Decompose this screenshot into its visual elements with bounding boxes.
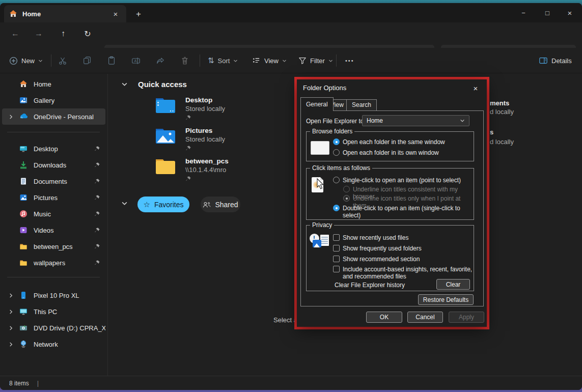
- radio-selected[interactable]: [333, 205, 340, 211]
- delete-button[interactable]: [176, 53, 193, 68]
- radio-double-click[interactable]: Double-click to open an item (single-cli…: [333, 205, 474, 219]
- filter-icon: [298, 57, 307, 65]
- restore-defaults-button[interactable]: Restore Defaults: [418, 294, 474, 305]
- sort-icon: ⇅: [208, 56, 214, 65]
- checkbox-unchecked[interactable]: [333, 256, 340, 262]
- chevron-right-icon[interactable]: [8, 342, 14, 347]
- clear-button[interactable]: Clear: [436, 279, 470, 290]
- checkbox-unchecked[interactable]: [333, 266, 340, 272]
- copy-icon: [82, 56, 92, 65]
- share-button[interactable]: [152, 53, 169, 68]
- pin-icon: [94, 162, 100, 168]
- radio-unselected[interactable]: [333, 149, 340, 156]
- copy-button[interactable]: [78, 53, 96, 68]
- checkbox-label: Show frequently used folders: [343, 245, 422, 252]
- favorites-pill[interactable]: ☆ Favorites: [137, 197, 189, 212]
- tab-general[interactable]: General: [300, 97, 334, 111]
- sidebar-separator: [7, 132, 100, 132]
- sidebar-item-documents[interactable]: Documents: [2, 173, 105, 189]
- group-legend: Privacy: [310, 221, 334, 229]
- checkbox-unchecked[interactable]: [333, 245, 340, 251]
- pictures-folder-icon: [155, 127, 176, 145]
- radio-selected[interactable]: [333, 138, 340, 145]
- check-recent-files[interactable]: Show recently used files: [333, 234, 408, 241]
- sidebar-item-dvd-drive[interactable]: DVD Drive (D:) CPRA_X64FRE_: [2, 320, 105, 336]
- apply-button[interactable]: Apply: [449, 312, 484, 323]
- sidebar-item-pixel-phone[interactable]: Pixel 10 Pro XL: [2, 287, 105, 303]
- paste-button[interactable]: [103, 53, 120, 68]
- shared-pill[interactable]: Shared: [201, 197, 240, 212]
- up-icon[interactable]: ↑: [56, 26, 70, 41]
- quick-access-title[interactable]: Quick access: [138, 80, 187, 89]
- open-explorer-dropdown[interactable]: Home: [362, 115, 469, 126]
- toolbar-separator: [336, 54, 337, 67]
- occluded-item-sub-fragment: d locally: [490, 108, 514, 116]
- forward-icon[interactable]: →: [32, 26, 46, 41]
- section-chevron-icon[interactable]: [121, 200, 128, 207]
- cancel-button[interactable]: Cancel: [407, 312, 443, 323]
- radio-own-window[interactable]: Open each folder in its own window: [333, 149, 439, 156]
- sidebar-item-this-pc[interactable]: This PC: [2, 303, 105, 320]
- sort-button[interactable]: ⇅ Sort: [204, 53, 242, 68]
- status-divider: |: [37, 379, 39, 387]
- pin-icon: [94, 260, 100, 266]
- checkbox-label: Show recommended section: [343, 256, 420, 263]
- favorites-label: Favorites: [154, 201, 184, 209]
- sidebar-item-videos[interactable]: Videos: [2, 222, 105, 238]
- item-count: 8 items: [9, 380, 29, 387]
- tab-search[interactable]: Search: [346, 99, 377, 110]
- sidebar-item-onedrive[interactable]: OneDrive - Personal: [2, 108, 105, 125]
- radio-single-click[interactable]: Single-click to open an item (point to s…: [333, 177, 461, 184]
- sidebar-item-music[interactable]: Music: [2, 206, 105, 222]
- new-button[interactable]: New: [5, 53, 47, 68]
- tab-home[interactable]: Home ×: [4, 5, 126, 22]
- dropdown-value: Home: [367, 117, 460, 124]
- view-button[interactable]: View: [248, 53, 291, 68]
- new-tab-button[interactable]: +: [132, 8, 145, 20]
- radio-same-window[interactable]: Open each folder in the same window: [333, 138, 445, 146]
- chevron-right-icon[interactable]: [8, 114, 14, 120]
- more-options-button[interactable]: •••: [341, 53, 358, 68]
- item-name: Pictures: [185, 127, 225, 134]
- sidebar-item-network[interactable]: Network: [2, 336, 105, 352]
- chevron-down-icon: [460, 118, 465, 123]
- chevron-right-icon[interactable]: [8, 293, 14, 298]
- check-recommended-section[interactable]: Show recommended section: [333, 256, 420, 263]
- sidebar-item-gallery[interactable]: Gallery: [2, 92, 105, 108]
- cut-button[interactable]: [54, 53, 71, 68]
- rename-button[interactable]: A: [127, 53, 145, 68]
- quick-access-item-pictures[interactable]: Pictures Stored locally: [155, 127, 225, 151]
- refresh-icon[interactable]: ↻: [80, 26, 95, 41]
- quick-access-chevron-icon[interactable]: [121, 81, 128, 88]
- details-button[interactable]: Details: [535, 53, 576, 68]
- dialog-close-icon[interactable]: ×: [469, 82, 482, 94]
- sidebar-item-home[interactable]: Home: [2, 76, 105, 92]
- shared-label: Shared: [215, 201, 238, 209]
- filter-button[interactable]: Filter: [294, 53, 337, 68]
- sidebar-item-pictures[interactable]: Pictures: [2, 189, 105, 206]
- window-close-button[interactable]: ×: [559, 5, 580, 20]
- minimize-button[interactable]: −: [513, 5, 534, 20]
- sidebar-item-label: wallpapers: [34, 259, 65, 267]
- downloads-icon: [19, 161, 27, 169]
- check-account-insights[interactable]: Include account-based insights, recent, …: [333, 266, 473, 280]
- sidebar-item-downloads[interactable]: Downloads: [2, 157, 105, 173]
- back-icon[interactable]: ←: [8, 26, 22, 41]
- chevron-right-icon[interactable]: [8, 325, 14, 331]
- dialog-highlight-border: Folder Options × General View Search Ope…: [294, 77, 489, 329]
- clear-history-label: Clear File Explorer history: [335, 282, 405, 289]
- tab-close-icon[interactable]: ×: [110, 8, 121, 19]
- radio-unselected[interactable]: [333, 177, 340, 183]
- quick-access-item-between-pcs[interactable]: between_pcs \\10.1.4.4\mro: [155, 157, 229, 182]
- checkbox-unchecked[interactable]: [333, 234, 340, 241]
- quick-access-item-desktop[interactable]: Desktop Stored locally: [155, 96, 225, 121]
- check-frequent-folders[interactable]: Show frequently used folders: [333, 245, 422, 252]
- sidebar-item-desktop[interactable]: Desktop: [2, 141, 105, 157]
- ok-button[interactable]: OK: [366, 312, 402, 323]
- sidebar-item-wallpapers[interactable]: wallpapers: [2, 255, 105, 271]
- pin-icon: [185, 115, 225, 121]
- sidebar-item-between-pcs[interactable]: between_pcs: [2, 238, 105, 255]
- chevron-down-icon: [328, 59, 333, 63]
- maximize-button[interactable]: □: [537, 5, 558, 20]
- chevron-right-icon[interactable]: [8, 309, 14, 315]
